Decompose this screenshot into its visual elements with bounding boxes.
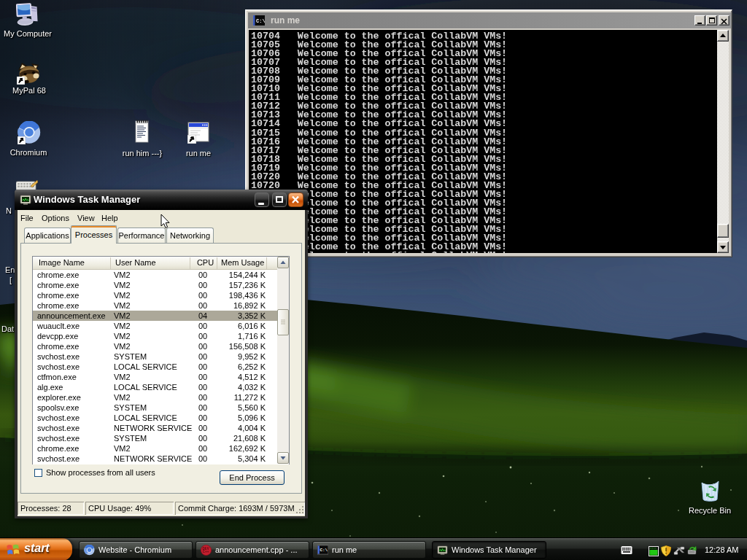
svg-text:C++: C++: [203, 550, 209, 553]
svg-text:C:\: C:\: [256, 18, 265, 24]
svg-text:C:\: C:\: [320, 548, 328, 553]
